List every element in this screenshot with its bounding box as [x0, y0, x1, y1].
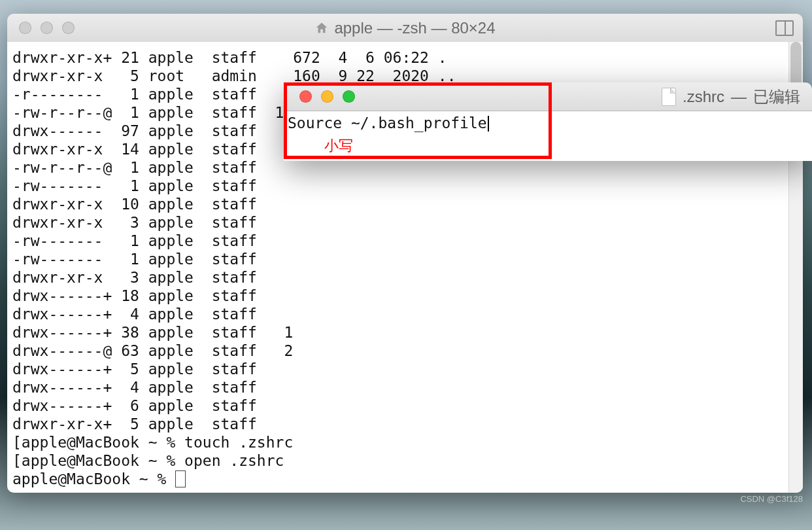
- terminal-prompt: apple@MacBook ~ %: [12, 470, 175, 487]
- terminal-row: drwx------+ 18 apple staff: [12, 287, 798, 305]
- terminal-row: drwxr-xr-x+ 5 apple staff: [12, 415, 798, 433]
- terminal-row: drwxr-xr-x+ 21 apple staff 672 4 6 06:22…: [12, 48, 798, 67]
- terminal-row: -rw------- 1 apple staff: [12, 232, 798, 250]
- terminal-row: -rw------- 1 apple staff: [12, 177, 798, 195]
- editor-traffic-lights: [299, 90, 355, 103]
- zoom-icon[interactable]: [343, 90, 355, 103]
- home-icon: [314, 21, 329, 35]
- editor-window: .zshrc — 已编辑 Source ~/.bash_profile 小写: [284, 82, 812, 161]
- terminal-prompt-row[interactable]: apple@MacBook ~ %: [12, 470, 798, 488]
- editor-filename: .zshrc: [683, 88, 724, 106]
- terminal-titlebar[interactable]: apple — -zsh — 80×24: [7, 14, 803, 43]
- editor-title: .zshrc — 已编辑: [662, 86, 800, 107]
- terminal-title-text: apple — -zsh — 80×24: [334, 19, 495, 37]
- terminal-row: drwx------+ 4 apple staff: [12, 305, 798, 323]
- document-icon: [662, 88, 676, 106]
- editor-text: Source ~/.bash_profile: [288, 115, 487, 132]
- editor-status: 已编辑: [753, 86, 800, 107]
- editor-titlebar[interactable]: .zshrc — 已编辑: [284, 82, 812, 111]
- terminal-row: drwx------+ 38 apple staff 1: [12, 323, 798, 342]
- terminal-row: -rw------- 1 apple staff: [12, 250, 798, 268]
- text-cursor: [488, 116, 489, 132]
- terminal-title: apple — -zsh — 80×24: [7, 19, 803, 37]
- watermark: CSDN @C3f128: [740, 494, 803, 504]
- terminal-cursor: [175, 470, 186, 487]
- close-icon[interactable]: [299, 90, 312, 103]
- terminal-history-row: [apple@MacBook ~ % open .zshrc: [12, 451, 798, 470]
- minimize-icon[interactable]: [321, 90, 333, 103]
- terminal-row: drwx------+ 6 apple staff: [12, 397, 798, 415]
- terminal-row: drwx------+ 4 apple staff: [12, 378, 798, 397]
- editor-body[interactable]: Source ~/.bash_profile 小写: [284, 111, 812, 161]
- panes-icon[interactable]: [775, 20, 794, 36]
- terminal-row: drwxr-xr-x 3 apple staff: [12, 213, 798, 232]
- editor-content-line[interactable]: Source ~/.bash_profile: [288, 114, 808, 132]
- terminal-row: drwx------@ 63 apple staff 2: [12, 342, 798, 360]
- terminal-row: drwxr-xr-x 10 apple staff: [12, 195, 798, 213]
- terminal-history-row: [apple@MacBook ~ % touch .zshrc: [12, 433, 798, 451]
- editor-annotation: 小写: [324, 136, 808, 156]
- terminal-row: -rw-r--r--@ 1 apple staff: [12, 158, 798, 177]
- editor-title-separator: —: [731, 88, 747, 106]
- terminal-row: drwxr-xr-x 3 apple staff: [12, 268, 798, 287]
- terminal-row: drwx------+ 5 apple staff: [12, 360, 798, 378]
